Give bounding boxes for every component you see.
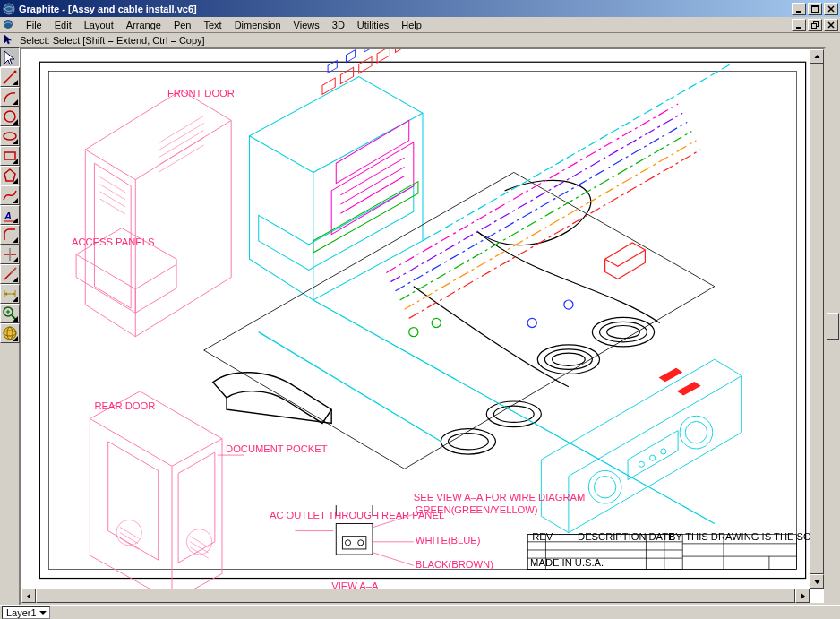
label-ac-outlet: AC OUTLET THROUGH REAR PANEL — [270, 510, 444, 520]
svg-point-48 — [409, 328, 418, 337]
svg-point-56 — [639, 461, 644, 467]
svg-point-51 — [564, 300, 573, 309]
arc-tool[interactable] — [0, 87, 20, 107]
mdi-close-button[interactable] — [824, 19, 838, 31]
svg-rect-36 — [346, 50, 355, 63]
app-scroll-stub[interactable] — [826, 47, 840, 605]
svg-point-46 — [441, 429, 495, 455]
hint-text: Select: Select [Shift = Extend, Ctrl = C… — [20, 35, 205, 46]
svg-point-63 — [345, 540, 350, 546]
svg-point-43 — [607, 326, 640, 339]
svg-point-40 — [553, 353, 586, 365]
spline-tool[interactable] — [0, 185, 20, 205]
line-tool[interactable] — [0, 67, 20, 87]
pointer-icon — [4, 34, 16, 47]
svg-rect-1 — [796, 11, 801, 13]
svg-rect-31 — [340, 67, 353, 83]
view-tool[interactable] — [0, 323, 20, 343]
text-tool[interactable]: A — [0, 205, 20, 225]
svg-point-64 — [358, 540, 364, 546]
vscroll-thumb[interactable] — [810, 64, 824, 574]
svg-point-49 — [432, 318, 441, 327]
hint-bar: Select: Select [Shift = Extend, Ctrl = C… — [0, 33, 840, 47]
pointer-tool[interactable] — [0, 47, 20, 67]
layer-selector-value: Layer1 — [6, 607, 37, 618]
maximize-button[interactable] — [808, 3, 822, 15]
tb-desc: DESCRIPTION — [578, 531, 646, 542]
label-rear-door: REAR DOOR — [94, 400, 155, 411]
toolbox: A — [0, 47, 20, 605]
svg-rect-30 — [322, 78, 335, 94]
zoom-tool[interactable] — [0, 304, 20, 323]
mdi-minimize-button[interactable] — [792, 19, 806, 31]
svg-rect-7 — [812, 23, 817, 28]
menu-3d[interactable]: 3D — [326, 19, 351, 31]
svg-text:A: A — [4, 211, 12, 221]
mdi-restore-button[interactable] — [808, 19, 822, 31]
ellipse-tool[interactable] — [0, 126, 20, 146]
label-black: BLACK(BROWN) — [416, 559, 493, 570]
dimension-tool[interactable] — [0, 284, 20, 304]
label-see-view: SEE VIEW A–A FOR WIRE DIAGRAM — [414, 492, 585, 503]
svg-point-52 — [588, 470, 621, 503]
menu-help[interactable]: Help — [395, 19, 428, 31]
vscroll-track[interactable] — [810, 64, 824, 574]
svg-point-9 — [4, 82, 6, 84]
rect-tool[interactable] — [0, 146, 20, 166]
circle-tool[interactable] — [0, 107, 20, 126]
scroll-left-button[interactable] — [21, 589, 36, 603]
tb-by: BY — [669, 531, 682, 542]
scroll-up-button[interactable] — [810, 49, 824, 64]
window-title: Graphite - [Assy and cable install.vc6] — [19, 4, 790, 14]
hscroll-thumb[interactable] — [36, 589, 795, 603]
trim-tool[interactable] — [0, 245, 20, 264]
svg-rect-33 — [377, 49, 390, 63]
horizontal-scrollbar[interactable] — [21, 589, 810, 603]
menu-text[interactable]: Text — [197, 19, 227, 31]
tb-made-in: MADE IN U.S.A. — [530, 557, 604, 568]
menu-file[interactable]: File — [20, 19, 48, 31]
svg-point-47 — [449, 434, 489, 450]
menu-utilities[interactable]: Utilities — [351, 19, 395, 31]
menu-edit[interactable]: Edit — [48, 19, 78, 31]
app-scroll-thumb[interactable] — [827, 313, 839, 340]
label-document-pocket: DOCUMENT POCKET — [226, 443, 328, 454]
minimize-button[interactable] — [792, 3, 806, 15]
svg-rect-37 — [364, 49, 373, 52]
svg-point-54 — [680, 416, 713, 449]
svg-point-58 — [661, 449, 666, 454]
svg-rect-5 — [796, 27, 801, 29]
svg-rect-62 — [342, 537, 365, 549]
svg-point-53 — [594, 477, 615, 498]
svg-point-57 — [650, 455, 656, 460]
scroll-down-button[interactable] — [810, 574, 824, 589]
menu-layout[interactable]: Layout — [78, 19, 120, 31]
vertical-scrollbar[interactable] — [810, 49, 824, 589]
menu-views[interactable]: Views — [287, 19, 326, 31]
extend-tool[interactable] — [0, 264, 20, 284]
status-bar: Layer1 — [0, 605, 840, 619]
svg-point-55 — [685, 421, 707, 443]
document-icon — [2, 18, 16, 32]
layer-selector[interactable]: Layer1 — [2, 606, 50, 619]
svg-point-50 — [527, 318, 536, 327]
menu-pen[interactable]: Pen — [167, 19, 198, 31]
polygon-tool[interactable] — [0, 166, 20, 185]
menu-bar: File Edit Layout Arrange Pen Text Dimens… — [0, 17, 840, 33]
label-white: WHITE(BLUE) — [416, 535, 481, 546]
fillet-tool[interactable] — [0, 225, 20, 245]
graphite-app-icon — [2, 2, 16, 16]
drawing-surface[interactable]: FRONT DOOR ACCESS PANELS — [21, 49, 824, 604]
canvas[interactable]: FRONT DOOR ACCESS PANELS — [20, 47, 826, 605]
scroll-right-button[interactable] — [795, 589, 810, 603]
main-area: A — [0, 47, 840, 605]
svg-point-0 — [4, 4, 14, 14]
close-button[interactable] — [824, 3, 838, 15]
tb-note: THIS DRAWING IS THE SOLE PROPERTY OF — [685, 531, 824, 542]
menu-dimension[interactable]: Dimension — [228, 19, 287, 31]
svg-rect-3 — [811, 5, 819, 7]
hscroll-track[interactable] — [36, 589, 795, 603]
label-access-panels: ACCESS PANELS — [72, 236, 154, 247]
svg-rect-32 — [359, 56, 372, 73]
menu-arrange[interactable]: Arrange — [120, 19, 167, 31]
